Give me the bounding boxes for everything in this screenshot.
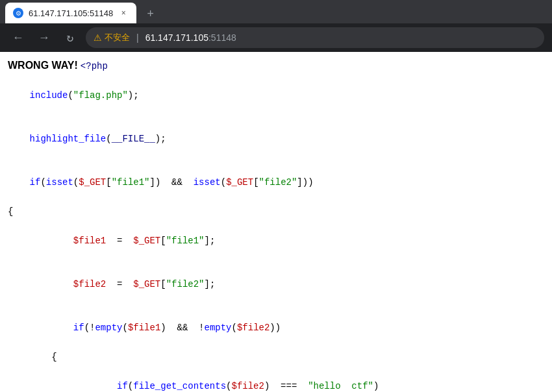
back-button[interactable]: ← (8, 27, 29, 48)
address-bar[interactable]: ⚠ 不安全 | 61.147.171.105:51148 (86, 27, 544, 48)
code-line-4: { (8, 204, 544, 219)
security-warning: ⚠ 不安全 (94, 32, 130, 43)
func-include: include (30, 90, 68, 101)
first-line: WRONG WAY! <?php (8, 57, 544, 74)
warning-icon: ⚠ (94, 32, 102, 43)
code-line-1: include("flag.php"); (8, 74, 544, 117)
security-label: 不安全 (105, 32, 130, 43)
browser-tab[interactable]: 61.147.171.105:51148 × (5, 3, 136, 23)
code-line-2: highlight_file(__FILE__); (8, 117, 544, 161)
code-line-9: if(file_get_contents($file2) === "hello … (8, 364, 544, 392)
code-line-3: if(isset($_GET["file1"]) && isset($_GET[… (8, 161, 544, 204)
url-host: 61.147.171.105 (145, 32, 208, 43)
refresh-button[interactable]: ↻ (60, 27, 81, 48)
page-content: WRONG WAY! <?php include("flag.php"); hi… (0, 52, 552, 392)
tab-favicon (13, 8, 23, 18)
wrong-way-label: WRONG WAY! (8, 57, 78, 74)
code-line-8: { (8, 350, 544, 364)
code-line-6: $file2 = $_GET["file2"]; (8, 263, 544, 306)
tab-close-button[interactable]: × (118, 8, 129, 18)
new-tab-button[interactable]: + (142, 5, 159, 23)
url-separator: | (136, 32, 139, 43)
tab-title: 61.147.171.105:51148 (29, 8, 113, 18)
php-open-tag: <?php (81, 59, 108, 73)
tab-bar: 61.147.171.105:51148 × + (0, 0, 552, 23)
code-line-5: $file1 = $_GET["file1"]; (8, 219, 544, 263)
func-highlight: highlight_file (30, 134, 107, 144)
nav-bar: ← → ↻ ⚠ 不安全 | 61.147.171.105:51148 (0, 23, 552, 52)
url-display: 61.147.171.105:51148 (145, 32, 236, 43)
url-port: :51148 (208, 32, 236, 43)
code-line-7: if(!empty($file1) && !empty($file2)) (8, 306, 544, 350)
forward-button[interactable]: → (34, 27, 55, 48)
